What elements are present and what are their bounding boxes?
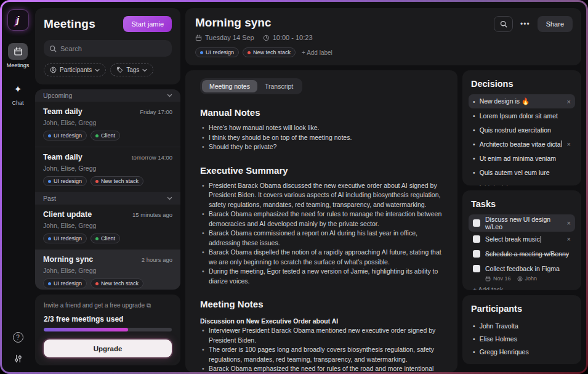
chevron-down-icon (142, 68, 147, 72)
participant-item: •Elise Holmes (469, 332, 575, 345)
tag-chip: UI redesign (43, 278, 87, 288)
tag-chip: Client (91, 234, 120, 243)
section-header-upcoming[interactable]: Upcoming (35, 89, 180, 102)
calendar-icon (195, 35, 202, 41)
chevron-down-icon (95, 68, 100, 72)
main-column: Morning sync Tuesday 14 Sep (180, 2, 586, 372)
section-heading-manual-notes: Manual Notes (200, 107, 443, 118)
section-header-past[interactable]: Past (35, 192, 180, 205)
tag-chip: UI redesign (43, 131, 87, 140)
checkbox[interactable] (473, 265, 480, 272)
tag-chip: UI redesign (43, 234, 87, 243)
task-due-date: Nov 16 (485, 275, 511, 282)
person-icon (50, 67, 57, 73)
meeting-item-team-daily-2[interactable]: Team daily tomorrow 14:00 John, Elise, G… (35, 147, 180, 192)
usage-progress-bar (44, 328, 172, 331)
decisions-panel: Decisions •New design is 🔥 × •Lorem Ipsu… (462, 70, 581, 185)
task-item[interactable]: Select break music × (469, 232, 575, 246)
copy-icon[interactable]: ⧉ (147, 302, 151, 309)
clock-icon (263, 35, 270, 41)
notes-tabs: Meeting notes Transcript (200, 78, 302, 94)
decision-item[interactable]: •Lorem Ipsum dolor sit amet (469, 108, 575, 123)
section-heading-executive-summary: Executive Summary (200, 165, 443, 176)
meeting-item-client-update[interactable]: Client update 15 minutes ago John, Elise… (35, 205, 180, 250)
tag-chip: UI redesign (43, 176, 87, 186)
rail-item-meetings[interactable]: Meetings (7, 43, 30, 68)
jamie-logo: j (7, 9, 29, 31)
decision-item[interactable]: •Quis nostrud exercitation (469, 123, 575, 137)
checkbox[interactable] (473, 219, 480, 227)
sidebar-top-panel: Meetings Start jamie (35, 8, 180, 84)
calendar-icon (8, 43, 28, 60)
invite-text: Invite a friend and get a free upgrade⧉ (44, 302, 172, 309)
meeting-header-panel: Morning sync Tuesday 14 Sep (185, 8, 581, 65)
calendar-icon (485, 276, 491, 282)
add-label-button[interactable]: + Add label (302, 49, 332, 56)
participant-item: •Gregg Henriques (469, 345, 575, 358)
search-button[interactable] (494, 16, 513, 32)
checkbox[interactable] (473, 235, 480, 243)
upgrade-button[interactable]: Upgrade (44, 339, 172, 357)
tag-chip: New tech stack (91, 176, 143, 186)
meetings-sidebar: Meetings Start jamie (34, 2, 180, 372)
task-item[interactable]: Collect feedback in Figma (469, 261, 575, 276)
participant-item: •John Travolta (469, 319, 575, 332)
settings-sliders-icon[interactable] (14, 354, 23, 364)
close-icon[interactable]: × (563, 140, 571, 148)
tab-meeting-notes[interactable]: Meeting notes (202, 80, 257, 92)
text-cursor (562, 140, 562, 147)
tag-chip[interactable]: UI redesign (195, 47, 239, 57)
decision-item[interactable]: •Ut enim ad minima veniam (469, 151, 575, 165)
close-icon[interactable]: × (563, 98, 571, 105)
checkbox[interactable] (473, 250, 480, 258)
more-options-button[interactable]: ••• (520, 20, 530, 28)
meeting-list-panel: Upcoming Team daily Friday 17:00 John, E… (35, 89, 180, 290)
decision-item[interactable]: •Architecto beatae vitae dicta × (469, 137, 575, 151)
search-icon (500, 20, 507, 28)
close-icon[interactable]: × (563, 219, 571, 227)
share-button[interactable]: Share (538, 16, 573, 32)
tasks-heading: Tasks (471, 199, 573, 209)
section-heading-meeting-notes: Meeting Notes (200, 299, 443, 309)
participants-panel: Participants •John Travolta •Elise Holme… (462, 295, 581, 364)
task-item[interactable]: Schedule a meeting w/Benny (469, 246, 575, 261)
rail-item-chat[interactable]: ✦ Chat (8, 81, 28, 106)
upgrade-panel: Invite a friend and get a free upgrade⧉ … (35, 295, 180, 365)
help-icon[interactable]: ? (13, 332, 23, 343)
meeting-item-morning-sync[interactable]: Morning sync 2 hours ago John, Elise, Gr… (35, 250, 180, 290)
participants-heading: Participants (471, 304, 573, 314)
close-icon[interactable]: × (563, 235, 571, 243)
search-icon (49, 45, 57, 52)
executive-summary-list: President Barack Obama discussed the new… (200, 181, 443, 287)
meeting-time: 10:00 - 10:23 (263, 34, 313, 41)
decisions-heading: Decisions (471, 79, 573, 89)
meeting-date: Tuesday 14 Sep (195, 34, 254, 41)
filter-participants[interactable]: Participants (44, 63, 106, 76)
right-column: Decisions •New design is 🔥 × •Lorem Ipsu… (462, 70, 581, 372)
sparkles-icon: ✦ (8, 81, 28, 97)
icon-rail: j Meetings ✦ Chat ? (2, 2, 34, 372)
task-assignee: John (517, 275, 538, 282)
search-input[interactable] (60, 45, 166, 52)
decision-item[interactable]: •Quis autem vel eum iure (469, 165, 575, 179)
decision-item[interactable]: •New design is 🔥 × (469, 94, 575, 108)
usage-text: 2/3 free meetings used (44, 315, 172, 323)
start-jamie-button[interactable]: Start jamie (123, 16, 172, 32)
tag-chip[interactable]: New tech stack (243, 47, 296, 57)
app-window: j Meetings ✦ Chat ? (0, 0, 588, 374)
filter-tags[interactable]: Tags (110, 63, 153, 76)
add-task-button[interactable]: + Add task (473, 286, 571, 290)
tab-transcript[interactable]: Transcript (257, 80, 300, 92)
search-box[interactable] (44, 40, 172, 57)
rail-label-meetings: Meetings (7, 62, 30, 68)
chevron-down-icon (167, 197, 172, 200)
add-decision-button[interactable]: + Add decision (473, 184, 571, 185)
tasks-panel: Tasks Discuss new UI design w/Leo × Sele… (462, 190, 581, 290)
manual-notes-list: Here's how manual notes will look like. … (200, 123, 443, 152)
meeting-item-team-daily-1[interactable]: Team daily Friday 17:00 John, Elise, Gre… (35, 102, 180, 147)
sidebar-title: Meetings (44, 17, 95, 31)
task-meta: Nov 16 John (485, 275, 575, 282)
task-item[interactable]: Discuss new UI design w/Leo × (469, 214, 575, 232)
tag-chip: Client (91, 131, 120, 140)
text-cursor (541, 236, 541, 243)
